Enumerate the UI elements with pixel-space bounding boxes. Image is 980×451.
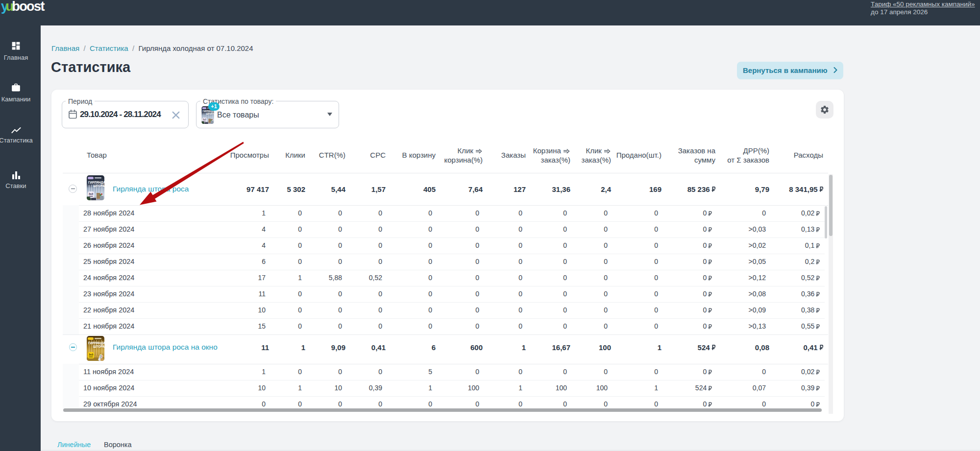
svg-text:3x3: 3x3	[203, 118, 206, 120]
svg-text:ШТОРА: ШТОРА	[93, 184, 104, 188]
svg-text:ШТОРА: ШТОРА	[206, 113, 214, 115]
svg-text:ШТОРА: ШТОРА	[93, 345, 104, 348]
svg-text:3x3: 3x3	[89, 353, 93, 356]
svg-text:3x3: 3x3	[89, 192, 93, 195]
